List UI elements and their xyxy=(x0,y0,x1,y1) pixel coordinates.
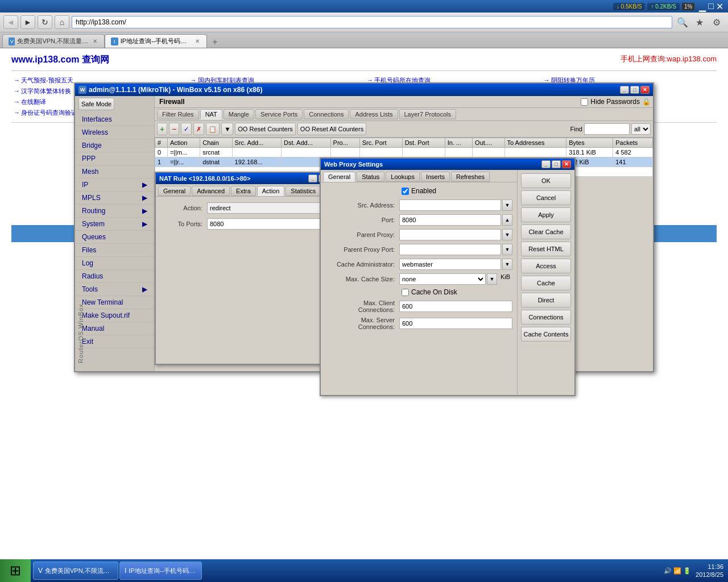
settings-icon[interactable]: ⚙ xyxy=(709,14,725,30)
winbox-maximize-button[interactable]: □ xyxy=(630,86,639,94)
minimize-icon[interactable]: ▁ xyxy=(699,1,706,12)
fw-tab-address-lists[interactable]: Address Lists xyxy=(350,109,398,119)
winbox-close-button[interactable]: ✕ xyxy=(640,86,650,94)
enabled-checkbox[interactable] xyxy=(402,188,409,195)
fw-tab-filter-rules[interactable]: Filter Rules xyxy=(157,109,199,119)
port-input[interactable] xyxy=(399,214,501,226)
direct-button[interactable]: Direct xyxy=(521,293,571,307)
sidebar-item-files[interactable]: Files xyxy=(75,244,154,257)
connections-button[interactable]: Connections xyxy=(521,310,571,325)
cache-contents-button[interactable]: Cache Contents xyxy=(521,327,571,342)
proxy-tab-status[interactable]: Status xyxy=(357,172,384,182)
start-button[interactable]: ⊞ xyxy=(0,559,31,582)
star-icon[interactable]: ★ xyxy=(692,14,708,30)
max-cache-size-select[interactable]: none xyxy=(399,273,486,285)
nat-dialog-minimize-button[interactable]: _ xyxy=(308,174,317,182)
disable-rule-button[interactable]: ✗ xyxy=(193,123,204,135)
winbox-minimize-button[interactable]: _ xyxy=(620,86,629,94)
proxy-dialog-close-button[interactable]: ✕ xyxy=(562,160,571,168)
sidebar-item-radius[interactable]: Radius xyxy=(75,270,154,283)
fw-tab-nat[interactable]: NAT xyxy=(200,109,222,119)
fw-tab-layer7[interactable]: Layer7 Protocols xyxy=(399,109,457,119)
reset-html-button[interactable]: Reset HTML xyxy=(521,242,571,256)
sidebar-item-exit[interactable]: Exit xyxy=(75,335,154,348)
cache-admin-input[interactable] xyxy=(399,259,501,270)
sidebar-item-interfaces[interactable]: Interfaces xyxy=(75,113,154,126)
clear-cache-button[interactable]: Clear Cache xyxy=(521,225,571,239)
cache-button[interactable]: Cache xyxy=(521,276,571,290)
toports-input[interactable] xyxy=(207,218,336,230)
proxy-dialog-maximize-button[interactable]: □ xyxy=(552,160,561,168)
parent-proxy-port-input[interactable] xyxy=(399,244,501,255)
sidebar-item-manual[interactable]: Manual xyxy=(75,322,154,335)
sidebar-item-system[interactable]: System ▶ xyxy=(75,218,154,231)
taskbar-app-1[interactable]: I IP地址查询--手机号码查询... xyxy=(119,562,202,580)
sidebar-item-new-terminal[interactable]: New Terminal xyxy=(75,296,154,309)
ok-button[interactable]: OK xyxy=(521,173,571,188)
max-cache-size-dropdown-button[interactable]: ▼ xyxy=(487,273,497,285)
table-row[interactable]: 0 =||m... srcnat xyxy=(155,148,653,157)
sidebar-item-log[interactable]: Log xyxy=(75,257,154,270)
parent-proxy-dropdown-button[interactable]: ▼ xyxy=(502,229,512,240)
tab-close-0[interactable]: ✕ xyxy=(92,38,98,45)
proxy-tab-inserts[interactable]: Inserts xyxy=(421,172,450,182)
sidebar-item-ip[interactable]: IP ▶ xyxy=(75,178,154,192)
cancel-button[interactable]: Cancel xyxy=(521,190,571,205)
sidebar-item-mesh[interactable]: Mesh xyxy=(75,165,154,178)
add-rule-button[interactable]: + xyxy=(157,123,167,135)
reset-counters-button[interactable]: OO Reset Counters xyxy=(235,123,296,135)
forward-button[interactable]: ► xyxy=(20,15,35,29)
address-bar[interactable] xyxy=(72,16,672,28)
apply-button[interactable]: Apply xyxy=(521,207,571,222)
taskbar-app-0[interactable]: V 免费美国VPN,不限流量 - Rout... xyxy=(33,562,118,580)
new-tab-button[interactable]: + xyxy=(209,36,221,48)
parent-proxy-input[interactable] xyxy=(399,229,501,240)
tab-close-1[interactable]: ✕ xyxy=(193,38,201,45)
nat-tab-statistics[interactable]: Statistics xyxy=(286,186,321,196)
refresh-button[interactable]: ↻ xyxy=(38,15,52,29)
cache-on-disk-checkbox[interactable] xyxy=(402,289,409,296)
enable-rule-button[interactable]: ✓ xyxy=(181,123,192,135)
proxy-tab-lookups[interactable]: Lookups xyxy=(386,172,420,182)
src-address-dropdown-button[interactable]: ▼ xyxy=(502,199,512,211)
sidebar-item-tools[interactable]: Tools ▶ xyxy=(75,283,154,296)
sidebar-item-mpls[interactable]: MPLS ▶ xyxy=(75,192,154,205)
sort-button[interactable]: ▼ xyxy=(221,123,233,135)
sidebar-item-ppp[interactable]: PPP xyxy=(75,152,154,165)
nat-tab-advanced[interactable]: Advanced xyxy=(192,186,230,196)
restore-icon[interactable]: □ xyxy=(708,1,714,11)
action-select[interactable]: redirect xyxy=(207,202,336,214)
remove-rule-button[interactable]: − xyxy=(169,123,179,135)
nat-tab-extra[interactable]: Extra xyxy=(231,186,256,196)
hide-passwords-checkbox[interactable] xyxy=(581,98,588,106)
sidebar-item-wireless[interactable]: Wireless xyxy=(75,126,154,139)
proxy-tab-refreshes[interactable]: Refreshes xyxy=(451,172,490,182)
sidebar-item-make-supout[interactable]: Make Supout.rif xyxy=(75,309,154,322)
src-address-input[interactable] xyxy=(399,199,501,211)
port-stepper-button[interactable]: ▲ xyxy=(502,214,512,226)
parent-proxy-port-dropdown-button[interactable]: ▼ xyxy=(502,244,512,255)
reset-all-counters-button[interactable]: OO Reset All Counters xyxy=(297,123,366,135)
safe-mode-button[interactable]: Safe Mode xyxy=(78,98,114,110)
cache-admin-dropdown-button[interactable]: ▼ xyxy=(502,259,512,270)
back-button[interactable]: ◄ xyxy=(3,15,18,29)
fw-tab-service-ports[interactable]: Service Ports xyxy=(255,109,303,119)
find-input[interactable] xyxy=(584,123,630,135)
max-client-conn-input[interactable] xyxy=(399,301,512,312)
proxy-tab-general[interactable]: General xyxy=(323,172,355,182)
nat-tab-general[interactable]: General xyxy=(158,186,191,196)
sidebar-item-routing[interactable]: Routing ▶ xyxy=(75,205,154,218)
browser-tab-0[interactable]: V 免费美国VPN,不限流量 - Rout... ✕ xyxy=(2,34,105,48)
fw-tab-connections[interactable]: Connections xyxy=(304,109,349,119)
search-icon[interactable]: 🔍 xyxy=(675,14,690,30)
close-icon[interactable]: ✕ xyxy=(716,1,723,12)
access-button[interactable]: Access xyxy=(521,259,571,273)
nat-tab-action[interactable]: Action xyxy=(257,186,285,196)
home-button[interactable]: ⌂ xyxy=(55,15,69,29)
browser-tab-1[interactable]: I IP地址查询--手机号码查询... ✕ xyxy=(105,34,207,48)
copy-rule-button[interactable]: 📋 xyxy=(206,123,220,135)
max-server-conn-input[interactable] xyxy=(399,318,512,329)
sidebar-item-bridge[interactable]: Bridge xyxy=(75,139,154,152)
find-filter-select[interactable]: all xyxy=(631,123,651,135)
proxy-dialog-minimize-button[interactable]: _ xyxy=(541,160,551,168)
